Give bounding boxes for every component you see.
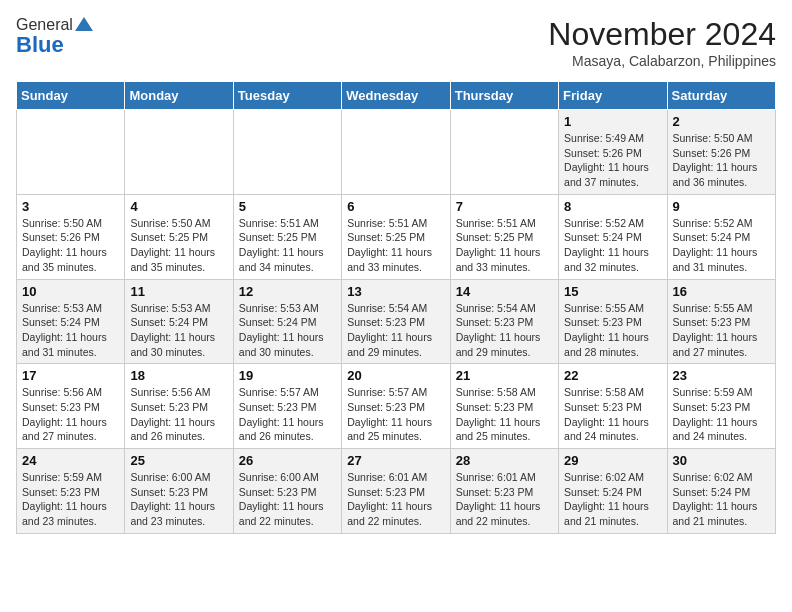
day-number: 4	[130, 199, 227, 214]
calendar-cell: 30Sunrise: 6:02 AM Sunset: 5:24 PM Dayli…	[667, 449, 775, 534]
day-info: Sunrise: 5:56 AM Sunset: 5:23 PM Dayligh…	[130, 385, 227, 444]
logo: General Blue	[16, 16, 93, 58]
day-info: Sunrise: 5:51 AM Sunset: 5:25 PM Dayligh…	[456, 216, 553, 275]
day-number: 14	[456, 284, 553, 299]
day-info: Sunrise: 5:55 AM Sunset: 5:23 PM Dayligh…	[564, 301, 661, 360]
month-title: November 2024	[548, 16, 776, 53]
page-header: General Blue November 2024 Masaya, Calab…	[16, 16, 776, 69]
day-number: 29	[564, 453, 661, 468]
calendar-week-5: 24Sunrise: 5:59 AM Sunset: 5:23 PM Dayli…	[17, 449, 776, 534]
calendar-cell: 15Sunrise: 5:55 AM Sunset: 5:23 PM Dayli…	[559, 279, 667, 364]
day-number: 28	[456, 453, 553, 468]
day-info: Sunrise: 5:57 AM Sunset: 5:23 PM Dayligh…	[239, 385, 336, 444]
calendar-body: 1Sunrise: 5:49 AM Sunset: 5:26 PM Daylig…	[17, 110, 776, 534]
day-info: Sunrise: 5:51 AM Sunset: 5:25 PM Dayligh…	[239, 216, 336, 275]
day-number: 1	[564, 114, 661, 129]
calendar-cell: 3Sunrise: 5:50 AM Sunset: 5:26 PM Daylig…	[17, 194, 125, 279]
day-number: 15	[564, 284, 661, 299]
day-number: 23	[673, 368, 770, 383]
calendar-cell: 7Sunrise: 5:51 AM Sunset: 5:25 PM Daylig…	[450, 194, 558, 279]
calendar-cell	[342, 110, 450, 195]
day-info: Sunrise: 6:00 AM Sunset: 5:23 PM Dayligh…	[239, 470, 336, 529]
calendar-week-4: 17Sunrise: 5:56 AM Sunset: 5:23 PM Dayli…	[17, 364, 776, 449]
calendar-cell: 5Sunrise: 5:51 AM Sunset: 5:25 PM Daylig…	[233, 194, 341, 279]
calendar-cell	[17, 110, 125, 195]
title-area: November 2024 Masaya, Calabarzon, Philip…	[548, 16, 776, 69]
calendar-cell: 25Sunrise: 6:00 AM Sunset: 5:23 PM Dayli…	[125, 449, 233, 534]
day-info: Sunrise: 5:50 AM Sunset: 5:26 PM Dayligh…	[673, 131, 770, 190]
calendar-cell: 20Sunrise: 5:57 AM Sunset: 5:23 PM Dayli…	[342, 364, 450, 449]
day-info: Sunrise: 5:58 AM Sunset: 5:23 PM Dayligh…	[456, 385, 553, 444]
calendar-cell: 8Sunrise: 5:52 AM Sunset: 5:24 PM Daylig…	[559, 194, 667, 279]
weekday-header-friday: Friday	[559, 82, 667, 110]
calendar-cell: 21Sunrise: 5:58 AM Sunset: 5:23 PM Dayli…	[450, 364, 558, 449]
day-number: 6	[347, 199, 444, 214]
day-number: 21	[456, 368, 553, 383]
calendar-cell: 16Sunrise: 5:55 AM Sunset: 5:23 PM Dayli…	[667, 279, 775, 364]
day-info: Sunrise: 5:55 AM Sunset: 5:23 PM Dayligh…	[673, 301, 770, 360]
day-info: Sunrise: 5:58 AM Sunset: 5:23 PM Dayligh…	[564, 385, 661, 444]
day-info: Sunrise: 5:50 AM Sunset: 5:26 PM Dayligh…	[22, 216, 119, 275]
calendar-cell: 12Sunrise: 5:53 AM Sunset: 5:24 PM Dayli…	[233, 279, 341, 364]
calendar-cell: 6Sunrise: 5:51 AM Sunset: 5:25 PM Daylig…	[342, 194, 450, 279]
day-number: 24	[22, 453, 119, 468]
calendar-cell: 22Sunrise: 5:58 AM Sunset: 5:23 PM Dayli…	[559, 364, 667, 449]
day-number: 26	[239, 453, 336, 468]
calendar-week-3: 10Sunrise: 5:53 AM Sunset: 5:24 PM Dayli…	[17, 279, 776, 364]
day-info: Sunrise: 5:54 AM Sunset: 5:23 PM Dayligh…	[456, 301, 553, 360]
day-number: 18	[130, 368, 227, 383]
calendar-cell: 9Sunrise: 5:52 AM Sunset: 5:24 PM Daylig…	[667, 194, 775, 279]
day-number: 20	[347, 368, 444, 383]
weekday-header-saturday: Saturday	[667, 82, 775, 110]
day-info: Sunrise: 5:53 AM Sunset: 5:24 PM Dayligh…	[130, 301, 227, 360]
calendar-week-1: 1Sunrise: 5:49 AM Sunset: 5:26 PM Daylig…	[17, 110, 776, 195]
weekday-header-sunday: Sunday	[17, 82, 125, 110]
day-info: Sunrise: 6:01 AM Sunset: 5:23 PM Dayligh…	[456, 470, 553, 529]
day-number: 25	[130, 453, 227, 468]
day-info: Sunrise: 5:54 AM Sunset: 5:23 PM Dayligh…	[347, 301, 444, 360]
day-number: 16	[673, 284, 770, 299]
location: Masaya, Calabarzon, Philippines	[548, 53, 776, 69]
logo-icon	[75, 17, 93, 31]
calendar-cell: 19Sunrise: 5:57 AM Sunset: 5:23 PM Dayli…	[233, 364, 341, 449]
calendar-week-2: 3Sunrise: 5:50 AM Sunset: 5:26 PM Daylig…	[17, 194, 776, 279]
day-number: 8	[564, 199, 661, 214]
day-number: 27	[347, 453, 444, 468]
calendar-cell: 26Sunrise: 6:00 AM Sunset: 5:23 PM Dayli…	[233, 449, 341, 534]
day-info: Sunrise: 5:53 AM Sunset: 5:24 PM Dayligh…	[239, 301, 336, 360]
day-info: Sunrise: 6:02 AM Sunset: 5:24 PM Dayligh…	[564, 470, 661, 529]
calendar-cell: 11Sunrise: 5:53 AM Sunset: 5:24 PM Dayli…	[125, 279, 233, 364]
weekday-row: SundayMondayTuesdayWednesdayThursdayFrid…	[17, 82, 776, 110]
calendar-cell: 4Sunrise: 5:50 AM Sunset: 5:25 PM Daylig…	[125, 194, 233, 279]
day-info: Sunrise: 5:59 AM Sunset: 5:23 PM Dayligh…	[22, 470, 119, 529]
weekday-header-tuesday: Tuesday	[233, 82, 341, 110]
day-number: 22	[564, 368, 661, 383]
calendar-cell: 17Sunrise: 5:56 AM Sunset: 5:23 PM Dayli…	[17, 364, 125, 449]
weekday-header-wednesday: Wednesday	[342, 82, 450, 110]
day-number: 13	[347, 284, 444, 299]
day-number: 2	[673, 114, 770, 129]
day-info: Sunrise: 6:01 AM Sunset: 5:23 PM Dayligh…	[347, 470, 444, 529]
day-number: 10	[22, 284, 119, 299]
day-info: Sunrise: 6:00 AM Sunset: 5:23 PM Dayligh…	[130, 470, 227, 529]
calendar-cell: 27Sunrise: 6:01 AM Sunset: 5:23 PM Dayli…	[342, 449, 450, 534]
day-number: 9	[673, 199, 770, 214]
calendar-cell: 18Sunrise: 5:56 AM Sunset: 5:23 PM Dayli…	[125, 364, 233, 449]
calendar-cell: 28Sunrise: 6:01 AM Sunset: 5:23 PM Dayli…	[450, 449, 558, 534]
day-number: 11	[130, 284, 227, 299]
day-number: 3	[22, 199, 119, 214]
calendar-cell: 24Sunrise: 5:59 AM Sunset: 5:23 PM Dayli…	[17, 449, 125, 534]
weekday-header-monday: Monday	[125, 82, 233, 110]
calendar-cell	[450, 110, 558, 195]
calendar-table: SundayMondayTuesdayWednesdayThursdayFrid…	[16, 81, 776, 534]
day-number: 30	[673, 453, 770, 468]
day-info: Sunrise: 5:53 AM Sunset: 5:24 PM Dayligh…	[22, 301, 119, 360]
calendar-cell: 13Sunrise: 5:54 AM Sunset: 5:23 PM Dayli…	[342, 279, 450, 364]
day-info: Sunrise: 5:49 AM Sunset: 5:26 PM Dayligh…	[564, 131, 661, 190]
calendar-header: SundayMondayTuesdayWednesdayThursdayFrid…	[17, 82, 776, 110]
calendar-cell: 29Sunrise: 6:02 AM Sunset: 5:24 PM Dayli…	[559, 449, 667, 534]
svg-marker-0	[75, 17, 93, 31]
calendar-cell: 1Sunrise: 5:49 AM Sunset: 5:26 PM Daylig…	[559, 110, 667, 195]
day-info: Sunrise: 5:52 AM Sunset: 5:24 PM Dayligh…	[673, 216, 770, 275]
weekday-header-thursday: Thursday	[450, 82, 558, 110]
